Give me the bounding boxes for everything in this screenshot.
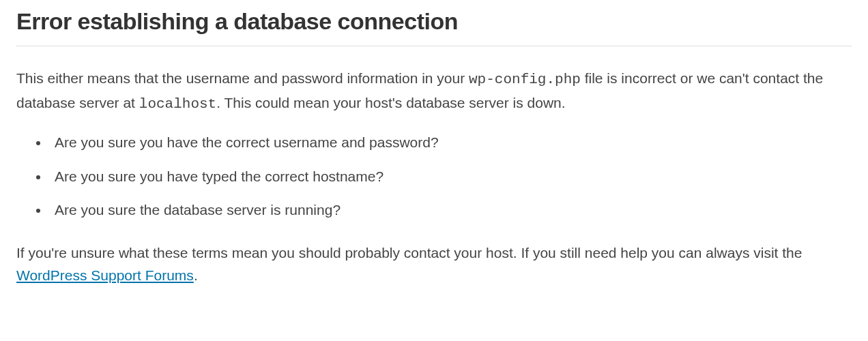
footer-text-2: . xyxy=(194,267,198,283)
checks-list: Are you sure you have the correct userna… xyxy=(16,132,852,221)
intro-text-3: . This could mean your host's database s… xyxy=(216,95,565,110)
footer-text-1: If you're unsure what these terms mean y… xyxy=(16,245,802,261)
config-file-code: wp-config.php xyxy=(469,72,581,87)
list-item: Are you sure you have the correct userna… xyxy=(49,132,852,153)
support-forums-link[interactable]: WordPress Support Forums xyxy=(16,267,194,283)
list-item: Are you sure the database server is runn… xyxy=(49,199,852,221)
footer-paragraph: If you're unsure what these terms mean y… xyxy=(16,241,852,287)
intro-text-1: This either means that the username and … xyxy=(16,70,469,86)
error-heading: Error establishing a database connection xyxy=(16,8,852,46)
intro-paragraph: This either means that the username and … xyxy=(16,67,852,115)
hostname-code: localhost xyxy=(139,96,216,112)
list-item: Are you sure you have typed the correct … xyxy=(49,166,852,188)
